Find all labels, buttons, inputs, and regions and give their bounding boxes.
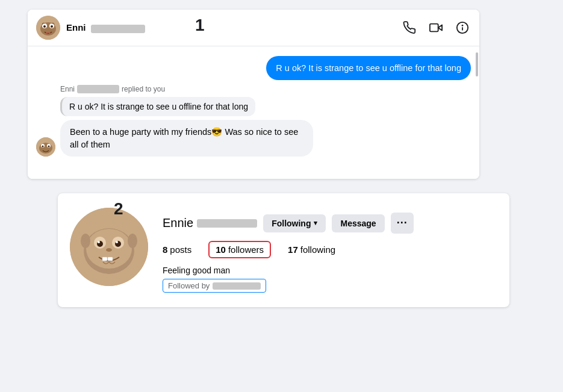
reply-quoted-bubble: R u ok? It is strange to see u offline f… [60,97,255,116]
message-label: Message [340,219,376,228]
svg-point-17 [42,145,44,147]
profile-panel: Ennie Following ▾ Message ··· [58,193,509,307]
more-label: ··· [397,217,408,229]
reply-name-redacted [77,85,119,93]
svg-point-18 [48,145,50,147]
profile-avatar [70,208,148,286]
chevron-down-icon: ▾ [314,219,317,227]
following-button[interactable]: Following ▾ [263,214,326,232]
video-call-icon[interactable] [428,19,444,36]
incoming-message-group: Enni replied to you R u ok? It is strang… [60,85,255,117]
profile-username: Ennie [163,216,257,230]
svg-point-4 [43,25,46,28]
reply-suffix-text: replied to you [122,85,165,93]
section2-label: 2 [114,199,123,219]
followed-by-prefix: Followed by [168,281,210,290]
chat-header: Enni [28,10,479,46]
svg-point-27 [116,241,118,243]
reply-sender-name: Enni [60,85,75,93]
profile-bio: Feeling good man Followed by [163,266,497,293]
incoming-avatar [36,137,55,157]
outgoing-bubble: R u ok? It is strange to see u offline f… [266,56,471,80]
posts-count: 8 [163,244,167,255]
profile-name-row: Ennie Following ▾ Message ··· [163,213,497,234]
chat-username-text: Enni [66,22,86,33]
chat-header-avatar [36,16,60,40]
following-label: Following [272,219,311,228]
outgoing-text: R u ok? It is strange to see u offline f… [276,63,461,73]
outgoing-message: R u ok? It is strange to see u offline f… [36,56,471,80]
svg-rect-9 [430,24,438,32]
more-options-button[interactable]: ··· [391,213,414,234]
chat-header-icons [401,19,471,36]
incoming-message-row: Been to a huge party with my friends😎 Wa… [36,120,471,157]
incoming-avatar-icon [36,137,55,157]
section1-label: 1 [195,16,205,35]
incoming-text: Been to a huge party with my friends😎 Wa… [70,127,298,149]
reply-quoted-text: R u ok? It is strange to see u offline f… [69,102,248,111]
username-redacted [197,219,257,228]
bio-text: Feeling good man [163,266,497,275]
avatar-icon [36,16,60,40]
svg-point-28 [106,248,112,252]
posts-stat: 8 posts [163,244,191,255]
followers-stat[interactable]: 10 followers [208,241,271,258]
reply-message-group: Enni replied to you R u ok? It is strang… [36,85,471,117]
svg-point-26 [98,241,100,243]
incoming-bubble: Been to a huge party with my friends😎 Wa… [60,120,313,157]
profile-stats: 8 posts 10 followers 17 following [163,241,497,258]
svg-rect-30 [108,257,113,261]
following-label: following [300,244,335,255]
chat-header-name: Enni [66,22,401,33]
profile-avatar-icon [70,208,148,286]
username-redacted [91,25,145,33]
reply-header: Enni replied to you [60,85,255,93]
followed-by-name-redacted [213,282,261,290]
svg-rect-29 [102,257,107,261]
svg-marker-8 [438,25,442,30]
chat-messages: R u ok? It is strange to see u offline f… [28,46,479,179]
following-stat: 17 following [288,244,335,255]
svg-point-32 [128,234,137,248]
followed-by-row: Followed by [163,279,266,293]
profile-top: Ennie Following ▾ Message ··· [70,208,497,293]
profile-info: Ennie Following ▾ Message ··· [163,208,497,293]
chat-panel: Enni [28,10,479,179]
svg-point-31 [81,234,90,248]
followers-label: followers [228,244,264,255]
info-icon[interactable] [454,19,471,36]
username-text: Ennie [163,216,193,230]
phone-call-icon[interactable] [401,19,418,36]
followers-count: 10 [216,244,226,255]
svg-point-5 [51,25,53,28]
following-count: 17 [288,244,298,255]
posts-label: posts [170,244,191,255]
message-button[interactable]: Message [332,214,384,232]
